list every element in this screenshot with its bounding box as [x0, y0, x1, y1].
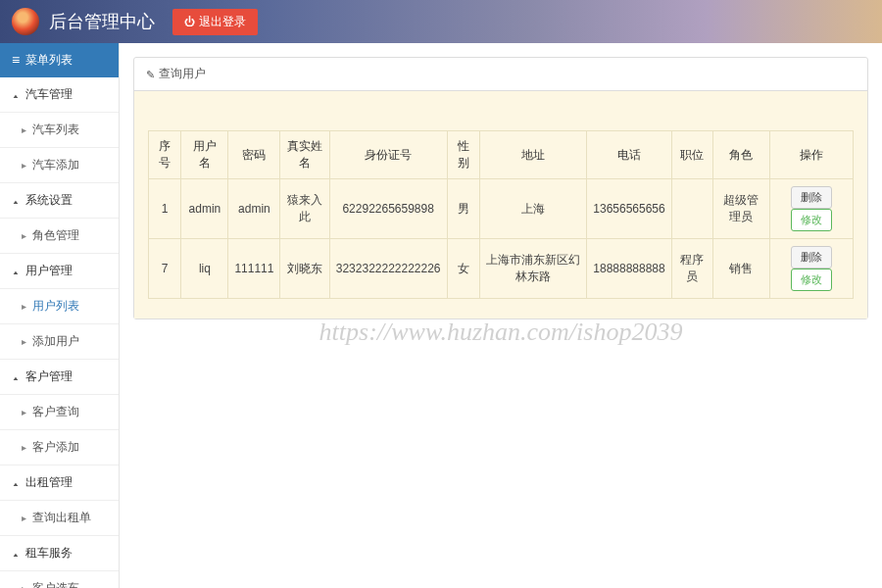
menu-item[interactable]: 角色管理: [0, 219, 119, 254]
table-row: 1adminadmin猿来入此62292265659898男上海13656565…: [149, 179, 854, 239]
menu-item-label: 客户添加: [32, 439, 79, 456]
menu-item-label: 添加用户: [32, 333, 79, 350]
logout-button[interactable]: 退出登录: [172, 9, 258, 35]
menu-item[interactable]: 客户选车: [0, 571, 119, 588]
menu-item[interactable]: 汽车列表: [0, 113, 119, 148]
menu-item-label: 汽车添加: [32, 157, 79, 173]
table-cell: 女: [447, 239, 479, 299]
table-cell: 62292265659898: [329, 179, 447, 239]
table-cell: 销售: [712, 239, 770, 299]
menu-group-title[interactable]: 汽车管理: [0, 77, 119, 113]
menu-group-label: 租车服务: [25, 545, 73, 562]
menu-item-label: 用户列表: [32, 298, 79, 315]
table-cell: 刘晓东: [280, 239, 329, 299]
menu-item-label: 角色管理: [32, 227, 79, 244]
user-icon: [12, 194, 20, 208]
table-cell: 超级管理员: [712, 179, 770, 239]
table-cell: 111111: [228, 239, 280, 299]
panel-title: 查询用户: [159, 66, 206, 82]
sidebar-header-label: 菜单列表: [25, 52, 73, 69]
menu-group-title[interactable]: 出租管理: [0, 466, 119, 501]
table-cell: 上海市浦东新区幻林东路: [479, 239, 586, 299]
table-cell: 上海: [479, 179, 586, 239]
delete-button[interactable]: 删除: [791, 186, 832, 209]
table-cell: liq: [181, 239, 228, 299]
user-icon: [12, 88, 20, 102]
menu-group-label: 客户管理: [25, 368, 73, 385]
delete-button[interactable]: 删除: [791, 246, 832, 269]
table-header: 性别: [447, 131, 479, 179]
menu-item-label: 客户查询: [32, 404, 79, 420]
table-header: 地址: [479, 131, 586, 179]
menu-group-title[interactable]: 租车服务: [0, 536, 119, 571]
table-cell: 程序员: [671, 239, 712, 299]
edit-button[interactable]: 修改: [791, 269, 832, 291]
menu-item[interactable]: 客户查询: [0, 395, 119, 430]
app-title: 后台管理中心: [49, 10, 155, 33]
menu-item[interactable]: 添加用户: [0, 324, 119, 360]
menu-item-label: 客户选车: [32, 580, 79, 588]
table-cell: 13656565656: [587, 179, 671, 239]
logout-label: 退出登录: [199, 14, 246, 30]
menu-item[interactable]: 用户列表: [0, 289, 119, 324]
table-cell: 1: [149, 179, 181, 239]
menu-group-title[interactable]: 系统设置: [0, 183, 119, 219]
user-table: 序号用户名密码真实姓名身份证号性别地址电话职位角色操作 1adminadmin猿…: [148, 130, 854, 299]
menu-group-title[interactable]: 客户管理: [0, 360, 119, 395]
table-cell: admin: [228, 179, 280, 239]
sidebar-header: 菜单列表: [0, 43, 119, 77]
user-icon: [12, 547, 20, 561]
menu-item[interactable]: 汽车添加: [0, 148, 119, 183]
panel: 查询用户 序号用户名密码真实姓名身份证号性别地址电话职位角色操作 1admina…: [133, 57, 868, 319]
avatar: [12, 8, 39, 35]
table-cell: 男: [447, 179, 479, 239]
table-cell: 3232322222222226: [329, 239, 447, 299]
table-header: 角色: [712, 131, 770, 179]
table-cell: 18888888888: [587, 239, 671, 299]
table-cell: 猿来入此: [280, 179, 329, 239]
action-cell: 删除修改: [770, 239, 854, 299]
table-cell: admin: [181, 179, 228, 239]
power-icon: [184, 15, 195, 28]
menu-group-label: 汽车管理: [25, 86, 73, 103]
sidebar: 菜单列表 汽车管理汽车列表汽车添加系统设置角色管理用户管理用户列表添加用户客户管…: [0, 43, 120, 588]
list-icon: [12, 53, 20, 68]
panel-body: 序号用户名密码真实姓名身份证号性别地址电话职位角色操作 1adminadmin猿…: [134, 91, 867, 318]
table-cell: 7: [149, 239, 181, 299]
action-cell: 删除修改: [770, 179, 854, 239]
table-header: 操作: [770, 131, 854, 179]
menu-group-title[interactable]: 用户管理: [0, 254, 119, 289]
menu-item[interactable]: 查询出租单: [0, 501, 119, 536]
menu-group-label: 出租管理: [25, 474, 73, 491]
user-icon: [12, 370, 20, 384]
menu-item-label: 查询出租单: [32, 510, 91, 526]
table-row: 7liq111111刘晓东3232322222222226女上海市浦东新区幻林东…: [149, 239, 854, 299]
user-icon: [12, 476, 20, 490]
menu-item[interactable]: 客户添加: [0, 430, 119, 466]
menu-item-label: 汽车列表: [32, 122, 79, 138]
edit-button[interactable]: 修改: [791, 209, 832, 231]
table-cell: [671, 179, 712, 239]
edit-icon: [146, 68, 155, 81]
table-header: 用户名: [181, 131, 228, 179]
table-header: 职位: [671, 131, 712, 179]
main-content: 查询用户 序号用户名密码真实姓名身份证号性别地址电话职位角色操作 1admina…: [120, 43, 882, 588]
menu-group-label: 系统设置: [25, 192, 73, 209]
watermark: https://www.huzhan.com/ishop2039: [319, 318, 683, 347]
panel-header: 查询用户: [134, 58, 867, 91]
header: 后台管理中心 退出登录: [0, 0, 882, 43]
table-header: 电话: [587, 131, 671, 179]
table-header: 序号: [149, 131, 181, 179]
user-icon: [12, 265, 20, 278]
table-header: 真实姓名: [280, 131, 329, 179]
table-header: 密码: [228, 131, 280, 179]
table-header: 身份证号: [329, 131, 447, 179]
menu-group-label: 用户管理: [25, 263, 73, 279]
